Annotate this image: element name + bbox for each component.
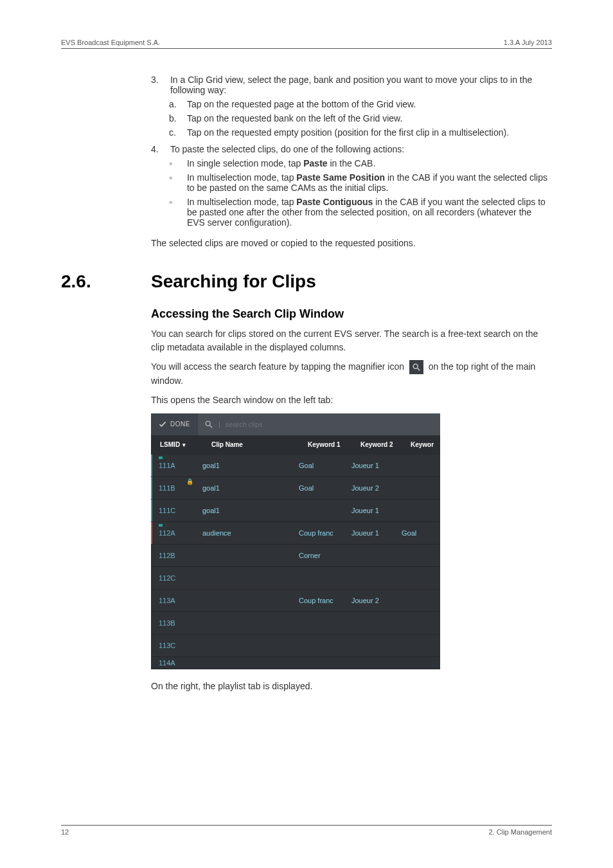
svg-line-3: [210, 426, 213, 428]
lsmid-cell: 🔒111B: [151, 477, 202, 499]
search-icon: [204, 420, 213, 429]
step-4-text: To paste the selected clips, do one of t…: [170, 144, 552, 154]
step-3a-text: Tap on the requested page at the bottom …: [187, 99, 552, 109]
lsmid-cell: 113A: [151, 590, 202, 611]
table-row[interactable]: 111Agoal1GoalJoueur 1: [151, 455, 440, 477]
step-3a-num: a.: [169, 99, 184, 109]
keyword-2-cell: Joueur 1: [351, 507, 402, 514]
keyword-1-cell: Goal: [299, 462, 351, 469]
bullet-icon: ◦: [169, 197, 184, 207]
magnifier-icon: [409, 360, 423, 374]
step-3-num: 3.: [151, 75, 168, 85]
lsmid-cell: 112A: [151, 522, 202, 544]
step-3a: a. Tap on the requested page at the bott…: [169, 99, 552, 109]
search-field[interactable]: | search clips: [198, 420, 440, 429]
keyword-1-cell: Coup franc: [299, 597, 351, 604]
table-row[interactable]: 112AaudienceCoup francJoueur 1Goal: [151, 522, 440, 545]
step-3: 3. In a Clip Grid view, select the page,…: [151, 75, 552, 95]
svg-point-2: [206, 421, 210, 426]
step-3c: c. Tap on the requested empty position (…: [169, 127, 552, 138]
table-row[interactable]: 111Cgoal1Joueur 1: [151, 500, 440, 522]
section-heading-row: 2.6. Searching for Clips: [61, 271, 552, 292]
col-clip-name[interactable]: Clip Name: [211, 441, 308, 448]
step-3c-num: c.: [169, 127, 184, 138]
footer-page-num: 12: [61, 828, 69, 836]
step-3b-text: Tap on the requested bank on the left of…: [187, 113, 552, 123]
para-1: You can search for clips stored on the c…: [151, 327, 552, 354]
step-3-text: In a Clip Grid view, select the page, ba…: [170, 75, 552, 95]
step-3b: b. Tap on the requested bank on the left…: [169, 113, 552, 123]
lsmid-cell: 111A: [151, 455, 202, 476]
step-result: The selected clips are moved or copied t…: [151, 237, 552, 249]
keyword-2-cell: Joueur 2: [351, 597, 402, 604]
step-4-bullet-1: ◦ In single selection mode, tap Paste in…: [169, 158, 552, 168]
check-icon: [159, 420, 166, 428]
section-title: Searching for Clips: [151, 271, 316, 292]
table-row[interactable]: 113C: [151, 635, 440, 657]
clip-name-cell: goal1: [202, 507, 299, 514]
done-button[interactable]: DONE: [151, 413, 198, 435]
subsection-heading: Accessing the Search Clip Window: [151, 307, 552, 321]
bullet-icon: ◦: [169, 172, 184, 183]
flag-icon: [159, 524, 163, 527]
col-keyword-3[interactable]: Keywor: [411, 441, 440, 448]
search-topbar: DONE | search clips: [151, 413, 440, 435]
keyword-1-cell: Goal: [299, 484, 351, 492]
search-placeholder: search clips: [226, 420, 263, 428]
keyword-2-cell: Joueur 2: [351, 484, 402, 492]
lsmid-cell: 113B: [151, 612, 202, 634]
table-row[interactable]: 113B: [151, 612, 440, 635]
para-3: This opens the Search window on the left…: [151, 393, 552, 406]
clip-name-cell: goal1: [202, 462, 299, 469]
clip-name-cell: goal1: [202, 484, 299, 492]
lsmid-cell: 111C: [151, 500, 202, 521]
keyword-1-cell: Corner: [299, 552, 351, 559]
step-3b-num: b.: [169, 113, 184, 123]
search-columns-header: LSMID ▾ Clip Name Keyword 1 Keyword 2 Ke…: [151, 435, 440, 455]
header-right: 1.3.A July 2013: [504, 39, 552, 46]
table-row[interactable]: 112BCorner: [151, 545, 440, 567]
col-keyword-1[interactable]: Keyword 1: [308, 441, 360, 448]
keyword-2-cell: Joueur 1: [351, 529, 402, 537]
section-number: 2.6.: [61, 271, 151, 292]
lock-icon: 🔒: [186, 478, 193, 485]
step-4: 4. To paste the selected clips, do one o…: [151, 144, 552, 154]
search-window: DONE | search clips LSMID ▾ Clip Name Ke…: [151, 413, 440, 669]
table-row[interactable]: 113ACoup francJoueur 2: [151, 590, 440, 612]
header-left: EVS Broadcast Equipment S.A.: [61, 39, 160, 46]
col-keyword-2[interactable]: Keyword 2: [360, 441, 411, 448]
para-4: On the right, the playlist tab is displa…: [151, 680, 552, 692]
col-lsmid[interactable]: LSMID ▾: [151, 441, 211, 448]
lsmid-cell: 112B: [151, 545, 202, 566]
lsmid-cell: 112C: [151, 567, 202, 589]
done-label: DONE: [170, 420, 190, 428]
step-4-bullet-2: ◦ In multiselection mode, tap Paste Same…: [169, 172, 552, 193]
step-4-num: 4.: [151, 144, 168, 154]
clip-name-cell: audience: [202, 529, 299, 537]
table-row[interactable]: 114A: [151, 657, 440, 669]
para-2: You will access the search feature by ta…: [151, 360, 552, 388]
search-rows: 111Agoal1GoalJoueur 1🔒111Bgoal1GoalJoueu…: [151, 455, 440, 669]
flag-icon: [159, 457, 163, 459]
lsmid-cell: 114A: [151, 657, 202, 669]
chevron-down-icon: ▾: [182, 442, 186, 448]
step-4-bullet-3: ◦ In multiselection mode, tap Paste Cont…: [169, 197, 552, 228]
page-header: EVS Broadcast Equipment S.A. 1.3.A July …: [61, 39, 552, 49]
table-row[interactable]: 🔒111Bgoal1GoalJoueur 2: [151, 477, 440, 500]
footer-chapter: 2. Clip Management: [489, 828, 552, 836]
keyword-1-cell: Coup franc: [299, 529, 351, 537]
bullet-icon: ◦: [169, 158, 184, 168]
svg-line-1: [418, 368, 420, 371]
page-footer: 12 2. Clip Management: [61, 825, 552, 836]
text-cursor: |: [218, 420, 220, 428]
step-3c-text: Tap on the requested empty position (pos…: [187, 127, 552, 138]
keyword-3-cell: Goal: [402, 529, 440, 537]
svg-point-0: [413, 364, 418, 368]
lsmid-cell: 113C: [151, 635, 202, 656]
keyword-2-cell: Joueur 1: [351, 462, 402, 469]
table-row[interactable]: 112C: [151, 567, 440, 590]
